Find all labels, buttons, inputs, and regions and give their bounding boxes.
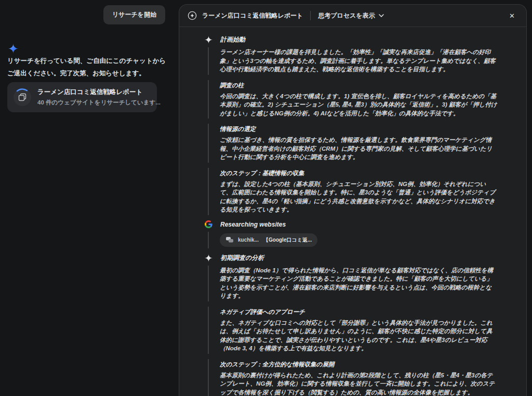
timeline-block: 次のステップ：基礎情報の収集まずは、設定した4つの柱（基本原則、シチュエーション…	[208, 168, 497, 215]
chip-domain: kuchik...	[238, 237, 259, 243]
subsection-title: 次のステップ：基礎情報の収集	[220, 169, 497, 177]
report-progress-icon	[14, 88, 31, 106]
timeline-block: kuchik...【Google口コミ返...	[208, 232, 497, 248]
close-panel-button[interactable]: ✕	[506, 10, 518, 22]
section-body-text: ラーメン店オーナー様の課題を拝見しました。「効率性」「誠実な再来店促進」「潜在顧…	[220, 48, 497, 74]
research-section-header: Researching websites	[204, 220, 497, 229]
timeline-block: ネガティブ評価へのアプローチまた、ネガティブな口コミへの対応として「部分謝罪」と…	[208, 307, 497, 354]
timeline-block: 最初の調査（Node 1）で得られた情報から、口コミ返信が単なる顧客対応ではなく…	[208, 266, 497, 301]
subsection-title: 情報源の選定	[220, 125, 497, 133]
assistant-message: リサーチを行っている間、ご自由にこのチャットからご退出ください。完了次第、お知ら…	[7, 55, 166, 80]
deep-research-logo-icon	[188, 11, 197, 20]
thinking-timeline: 計画始動ラーメン店オーナー様の課題を拝見しました。「効率性」「誠実な再来店促進」…	[179, 27, 526, 396]
milestone-section-header: 初期調査の分析	[204, 254, 497, 262]
section-body-text: まずは、設定した4つの柱（基本原則、シチュエーション別対応、NG例、効率化）それ…	[220, 180, 497, 214]
section-body-text: 最初の調査（Node 1）で得られた情報から、口コミ返信が単なる顧客対応ではなく…	[220, 266, 497, 300]
section-body-text: 今回の調査は、大きく4つの柱で構成します。1) 宣伝色を排し、顧客ロイヤルティを…	[220, 92, 497, 118]
speech-bubbles-icon	[225, 236, 233, 244]
start-research-button[interactable]: リサーチを開始	[103, 5, 165, 24]
chip-title: 【Google口コミ返...	[263, 236, 312, 244]
section-title: 計画始動	[220, 35, 245, 44]
timeline-block: 調査の柱今回の調査は、大きく4つの柱で構成します。1) 宣伝色を排し、顧客ロイヤ…	[208, 80, 497, 119]
section-body-text: また、ネガティブな口コミへの対応として「部分謝罪」という具体的な手法が見つかりま…	[220, 319, 497, 353]
research-source-chip[interactable]: kuchik...【Google口コミ返...	[220, 233, 317, 247]
google-g-icon	[204, 220, 212, 229]
sparkle-icon	[204, 254, 212, 262]
milestone-section-header: 計画始動	[204, 35, 497, 44]
section-title: Researching websites	[220, 221, 286, 228]
subsection-title: 調査の柱	[220, 82, 497, 89]
report-card-title: ラーメン店口コミ返信戦略レポート	[37, 88, 151, 97]
panel-title: ラーメン店口コミ返信戦略レポート	[202, 11, 303, 20]
research-panel: ラーメン店口コミ返信戦略レポート 思考プロセスを表示 ✕ 計画始動ラーメン店オー…	[179, 4, 527, 396]
chevron-down-icon	[379, 14, 384, 17]
panel-header: ラーメン店口コミ返信戦略レポート 思考プロセスを表示 ✕	[179, 5, 526, 27]
section-body-text: 基本原則の裏付けが得られたため、これより計画の第2段階として、残りの柱（星5・星…	[220, 371, 497, 396]
timeline-block: ラーメン店オーナー様の課題を拝見しました。「効率性」「誠実な再来店促進」「潜在顧…	[208, 47, 497, 75]
timeline-block: 次のステップ：全方位的な情報収集の展開基本原則の裏付けが得られたため、これより計…	[208, 359, 497, 396]
subsection-title: ネガティブ評価へのアプローチ	[220, 308, 497, 316]
section-title: 初期調査の分析	[220, 254, 264, 262]
research-progress-card[interactable]: ラーメン店口コミ返信戦略レポート 40 件のウェブサイトをリサーチしています..…	[7, 82, 157, 112]
header-divider	[310, 11, 311, 20]
chat-sidebar: リサーチを開始 リサーチを行っている間、ご自由にこのチャットからご退出ください。…	[0, 0, 179, 396]
section-body-text: ご依頼に基づき、情報の質を担保するため、情報源を厳選します。飲食業界専門のマーケ…	[220, 136, 497, 162]
sparkle-icon	[204, 36, 212, 44]
progress-arc	[14, 88, 31, 106]
gemini-sparkle-icon	[8, 44, 18, 54]
thought-toggle-label: 思考プロセスを表示	[318, 11, 375, 20]
report-card-status: 40 件のウェブサイトをリサーチしています...	[37, 99, 151, 107]
source-chips: kuchik...【Google口コミ返...	[220, 232, 464, 247]
thought-process-toggle[interactable]: 思考プロセスを表示	[318, 11, 383, 20]
subsection-title: 次のステップ：全方位的な情報収集の展開	[220, 361, 497, 368]
timeline-block: 情報源の選定ご依頼に基づき、情報の質を担保するため、情報源を厳選します。飲食業界…	[208, 124, 497, 163]
